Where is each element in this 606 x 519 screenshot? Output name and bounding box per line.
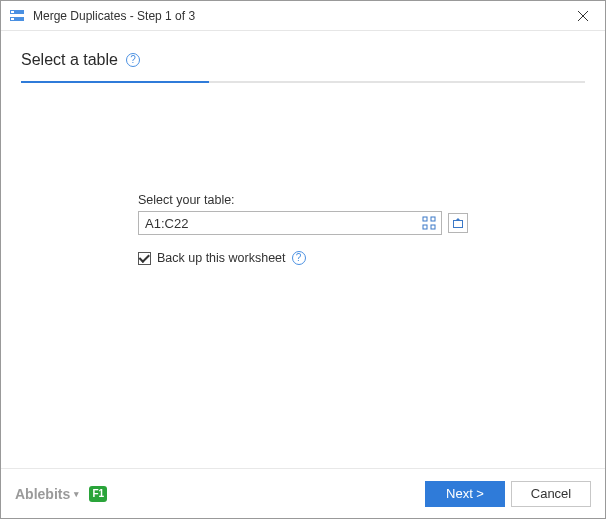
svg-rect-6 (423, 217, 427, 221)
window-title: Merge Duplicates - Step 1 of 3 (33, 9, 561, 23)
svg-rect-10 (454, 221, 463, 228)
brand-menu[interactable]: Ablebits ▾ (15, 486, 79, 502)
backup-help-icon[interactable]: ? (292, 251, 306, 265)
expand-range-icon[interactable] (448, 213, 468, 233)
svg-rect-2 (11, 11, 14, 13)
dialog-footer: Ablebits ▾ F1 Next > Cancel (1, 468, 605, 518)
help-f1-badge[interactable]: F1 (89, 486, 107, 502)
table-range-input[interactable] (138, 211, 442, 235)
svg-rect-9 (431, 225, 435, 229)
dialog-window: Merge Duplicates - Step 1 of 3 Select a … (0, 0, 606, 519)
dialog-body: Select your table: (1, 89, 605, 468)
form-area: Select your table: (138, 193, 468, 265)
close-button[interactable] (561, 1, 605, 31)
progress-bar (21, 81, 209, 83)
step-header: Select a table ? (1, 31, 605, 89)
next-button[interactable]: Next > (425, 481, 505, 507)
svg-rect-7 (423, 225, 427, 229)
help-icon[interactable]: ? (126, 53, 140, 67)
table-range-row (138, 211, 468, 235)
cancel-button[interactable]: Cancel (511, 481, 591, 507)
brand-label: Ablebits (15, 486, 70, 502)
backup-label: Back up this worksheet (157, 251, 286, 265)
table-field-label: Select your table: (138, 193, 468, 207)
select-range-icon[interactable] (420, 214, 438, 232)
svg-rect-8 (431, 217, 435, 221)
titlebar: Merge Duplicates - Step 1 of 3 (1, 1, 605, 31)
table-input-wrap (138, 211, 442, 235)
step-title: Select a table (21, 51, 118, 69)
step-title-row: Select a table ? (21, 51, 585, 69)
backup-checkbox-row: Back up this worksheet ? (138, 251, 468, 265)
progress-track (21, 81, 585, 83)
backup-checkbox[interactable] (138, 252, 151, 265)
chevron-down-icon: ▾ (74, 489, 79, 499)
app-icon (9, 8, 25, 24)
svg-rect-3 (11, 18, 14, 20)
